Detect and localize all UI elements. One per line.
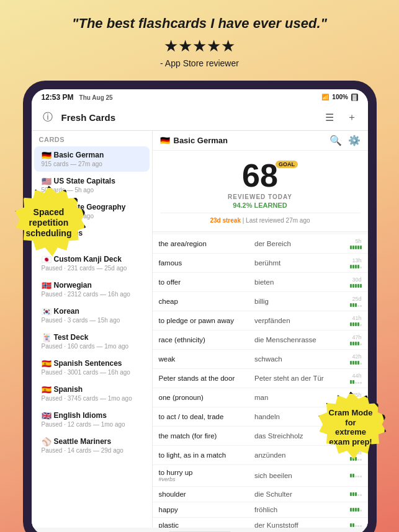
word-german: der Kunststoff <box>248 521 344 528</box>
flag-us: 🇺🇸 <box>42 177 52 186</box>
word-german: billig <box>248 298 344 305</box>
sidebar-item-title: 🇳🇴 Norwegian <box>42 281 142 290</box>
sidebar-name-norwegian: Norwegian <box>54 281 92 290</box>
word-bars <box>350 474 362 477</box>
table-row[interactable]: to light, as in a matchanzünden29h <box>153 446 368 465</box>
sidebar-item-spanish-sentences[interactable]: 🇪🇸 Spanish Sentences Paused · 3001 cards… <box>34 355 150 380</box>
header-icons: 🔍 ⚙️ <box>330 135 361 146</box>
table-row[interactable]: cheapbillig25d <box>153 292 368 311</box>
main-layout: Cards 🇩🇪 Basic German 915 cards — 27m ag… <box>32 131 368 528</box>
content-header: 🇩🇪 Basic German 🔍 ⚙️ <box>153 131 368 151</box>
sidebar-sub-basic-german: 915 cards — 27m ago <box>42 161 142 167</box>
table-row[interactable]: the area/regionder Bereich5h <box>153 234 368 254</box>
sidebar-sub-mariners: Paused · 14 cards — 29d ago <box>42 447 142 454</box>
word-meta: 44h <box>344 373 362 384</box>
device-frame: 12:53 PM Thu Aug 25 📶 100% ▓ ⓘ Fresh Car… <box>23 81 377 532</box>
sidebar-sub-english-idioms: Paused · 12 cards — 1mo ago <box>42 421 142 428</box>
quote-text: "The best flashcards I have ever used." <box>72 15 327 33</box>
flag-en: 🇬🇧 <box>42 411 52 420</box>
table-row[interactable]: Peter stands at the doorPeter steht an d… <box>153 369 368 388</box>
word-english: Peter stands at the door <box>159 375 249 382</box>
word-bars <box>350 303 362 307</box>
table-row[interactable]: to hurry up#verbssich beeilen <box>153 465 368 487</box>
table-row[interactable]: weakschwach42h <box>153 350 368 369</box>
sidebar-sub-spanish-sentences: Paused · 3001 cards — 16h ago <box>42 369 142 376</box>
sidebar-name-basic-german: Basic German <box>54 151 104 159</box>
word-bars <box>350 361 362 365</box>
sidebar-item-korean[interactable]: 🇰🇷 Korean Paused · 3 cards — 15h ago <box>34 303 150 328</box>
battery-text: 100% <box>332 94 348 100</box>
sidebar-sub-kanji: Paused · 231 cards — 25d ago <box>42 265 142 272</box>
sidebar-name-korean: Korean <box>54 307 79 316</box>
goal-badge: GOAL <box>276 161 298 168</box>
flag-kr: 🇰🇷 <box>42 307 52 316</box>
main-toolbar: ⓘ Fresh Cards ☰ ＋ <box>32 105 368 131</box>
table-row[interactable]: to offerbieten30d <box>153 273 368 292</box>
word-english: to hurry up#verbs <box>159 469 249 482</box>
word-days: 25d <box>352 296 361 302</box>
deck-title-area: 🇩🇪 Basic German <box>160 136 228 145</box>
word-english: to act / to deal, trade <box>159 413 249 420</box>
settings-icon[interactable]: ⚙️ <box>348 135 361 146</box>
word-meta: 42h <box>344 353 362 365</box>
word-days: 30d <box>352 277 361 283</box>
word-list: the area/regionder Bereich5hfamousberühm… <box>153 234 368 528</box>
sidebar-item-mariners[interactable]: ⚾ Seattle Mariners Paused · 14 cards — 2… <box>34 433 150 458</box>
word-english: the match (for fire) <box>159 432 249 440</box>
search-icon[interactable]: 🔍 <box>330 135 342 146</box>
sidebar-name-test: Test Deck <box>54 333 89 342</box>
word-meta: 30d <box>344 277 362 288</box>
flag-es: 🇪🇸 <box>42 385 52 394</box>
table-row[interactable]: plasticder Kunststoff <box>153 518 368 528</box>
word-german: die Schulter <box>248 490 344 498</box>
word-english: one (pronoun) <box>159 394 249 401</box>
big-number: 68 <box>242 159 278 192</box>
device-wrapper: Spacedrepetitionscheduling Cram Modefore… <box>23 74 377 532</box>
sidebar-item-spanish[interactable]: 🇪🇸 Spanish Paused · 3745 cards — 1mo ago <box>34 381 150 406</box>
word-meta: 5h <box>344 238 362 249</box>
status-date: Thu Aug 25 <box>79 94 113 101</box>
word-bars <box>350 265 362 268</box>
sidebar-sub-korean: Paused · 3 cards — 15h ago <box>42 317 142 324</box>
table-row[interactable]: race (ethnicity)die Menschenrasse47h <box>153 330 368 350</box>
stats-section: 68 GOAL REVIEWED TODAY 94.2% LEARNED 23d… <box>153 151 368 232</box>
sidebar-sub-test: Paused · 160 cards — 1mo ago <box>42 343 142 350</box>
sidebar-item-title: 🇩🇪 Basic German <box>42 151 142 160</box>
table-row[interactable]: famousberühmt13h <box>153 254 368 273</box>
flag-no: 🇳🇴 <box>42 281 52 290</box>
word-meta: 25d <box>344 296 362 307</box>
streak-num: 23d streak <box>210 217 240 224</box>
word-bars <box>350 380 362 384</box>
table-row[interactable]: shoulderdie Schulter <box>153 487 368 502</box>
sidebar-item-title: 🇰🇷 Korean <box>42 307 142 316</box>
sidebar-sub-spanish: Paused · 3745 cards — 1mo ago <box>42 395 142 402</box>
word-bars <box>350 523 362 527</box>
word-bars <box>350 508 362 512</box>
word-english: race (ethnicity) <box>159 336 249 344</box>
word-bars <box>350 457 362 461</box>
sidebar-item-title: 🇪🇸 Spanish <box>42 385 142 394</box>
table-row[interactable]: to pledge or pawn awayverpfänden41h <box>153 311 368 330</box>
table-row[interactable]: happyfröhlich <box>153 502 368 518</box>
sidebar-item-title: 🃏 Test Deck <box>42 333 142 342</box>
word-bars <box>350 284 362 288</box>
sidebar-item-english-idioms[interactable]: 🇬🇧 English Idioms Paused · 12 cards — 1m… <box>34 407 150 432</box>
sidebar-item-test-deck[interactable]: 🃏 Test Deck Paused · 160 cards — 1mo ago <box>34 329 150 354</box>
list-icon[interactable]: ☰ <box>321 109 338 126</box>
word-german: der Bereich <box>248 240 344 247</box>
sidebar-item-title: 🇪🇸 Spanish Sentences <box>42 359 142 368</box>
sidebar-item-basic-german[interactable]: 🇩🇪 Basic German 915 cards — 27m ago <box>34 146 150 172</box>
toolbar-title: Fresh Cards <box>61 112 316 123</box>
deck-name: Basic German <box>174 136 228 145</box>
sidebar-sub-us-capitals: 50 cards — 5h ago <box>42 187 142 193</box>
wifi-icon: 📶 <box>321 94 329 100</box>
add-icon[interactable]: ＋ <box>343 109 361 126</box>
info-icon[interactable]: ⓘ <box>39 109 56 126</box>
reviewed-today: REVIEWED TODAY <box>160 193 361 200</box>
word-days: 47h <box>352 334 361 340</box>
word-meta <box>344 523 362 527</box>
word-english: the area/region <box>159 240 249 247</box>
word-german: verpfänden <box>248 317 344 324</box>
sidebar-item-norwegian[interactable]: 🇳🇴 Norwegian Paused · 2312 cards — 16h a… <box>34 277 150 302</box>
word-days: 5h <box>355 238 361 244</box>
